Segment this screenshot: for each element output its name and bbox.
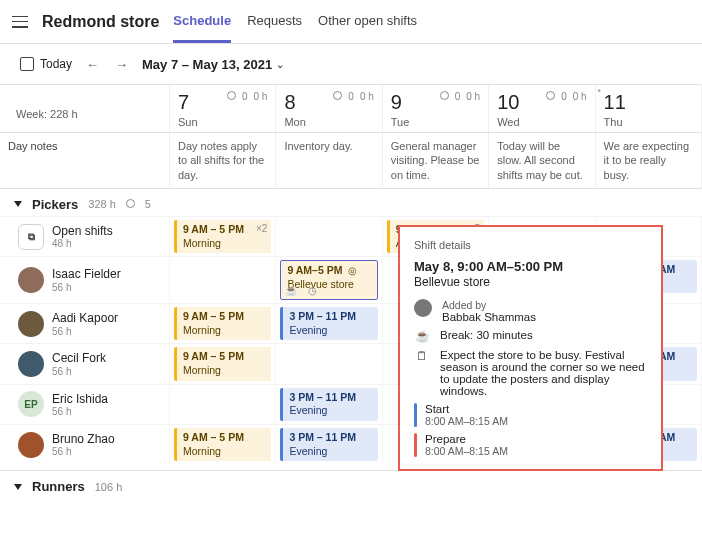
week-hours-label: Week: 228 h <box>8 100 86 128</box>
group-hours: 328 h <box>88 198 116 210</box>
person-name: Aadi Kapoor <box>52 311 118 325</box>
calendar-icon <box>20 57 34 71</box>
shift-card-selected[interactable]: ◎9 AM–5 PMBellevue store☕ ◷ <box>280 260 377 300</box>
date-range-label: May 7 – May 13, 2021 <box>142 57 272 72</box>
day-header-row: Week: 228 h 00 h 7Sun 00 h 8Mon 00 h 9Tu… <box>0 84 702 133</box>
shift-card[interactable]: 3 PM – 11 PMEvening <box>280 388 377 421</box>
avatar[interactable] <box>18 267 44 293</box>
avatar[interactable] <box>18 432 44 458</box>
open-shifts-icon: ⧉ <box>18 224 44 250</box>
avatar[interactable] <box>18 351 44 377</box>
activity-row: Start8:00 AM–8:15 AM <box>414 403 647 427</box>
shift-card[interactable]: 3 PM – 11 PMEvening <box>280 307 377 340</box>
group-hours: 106 h <box>95 481 123 493</box>
day-notes-label: Day notes <box>0 133 170 189</box>
avatar[interactable]: EP <box>18 391 44 417</box>
added-by-name: Babbak Shammas <box>442 311 536 323</box>
tab-open-shifts[interactable]: Other open shifts <box>318 1 417 43</box>
day-note[interactable]: General manager visiting. Please be on t… <box>383 133 489 189</box>
shift-card[interactable]: 3 PM – 11 PMEvening <box>280 428 377 461</box>
day-note[interactable]: Today will be slow. All second shifts ma… <box>489 133 595 189</box>
note-icon: 🗒 <box>414 349 430 363</box>
pin-icon: ◎ <box>348 264 357 277</box>
shift-card[interactable]: 9 AM – 5 PMMorning <box>174 428 271 461</box>
person-name: Bruno Zhao <box>52 432 115 446</box>
shift-note: Expect the store to be busy. Festival se… <box>440 349 647 397</box>
people-icon <box>546 91 555 102</box>
prev-arrow-icon[interactable]: ← <box>84 57 101 72</box>
today-button[interactable]: Today <box>20 57 72 71</box>
tab-requests[interactable]: Requests <box>247 1 302 43</box>
day-note[interactable]: Inventory day. <box>276 133 382 189</box>
shift-card[interactable]: 9 AM – 5 PMMorning <box>174 347 271 380</box>
date-range-picker[interactable]: May 7 – May 13, 2021 ⌄ <box>142 57 284 72</box>
activity-row: Prepare8:00 AM–8:15 AM <box>414 433 647 457</box>
people-icon <box>440 91 449 102</box>
collapse-icon <box>14 484 22 490</box>
person-name: Eric Ishida <box>52 392 108 406</box>
store-title: Redmond store <box>42 13 159 31</box>
top-tabs: Schedule Requests Other open shifts <box>173 1 417 43</box>
group-count: 5 <box>145 198 151 210</box>
day-header[interactable]: 00 h 9Tue <box>383 84 489 133</box>
collapse-icon <box>14 201 22 207</box>
shift-card[interactable]: ×29 AM – 5 PMMorning <box>174 220 271 253</box>
group-name: Pickers <box>32 197 78 212</box>
break-text: Break: 30 minutes <box>440 329 533 341</box>
day-header[interactable]: 00 h 8Mon <box>276 84 382 133</box>
chevron-down-icon: ⌄ <box>276 59 284 70</box>
people-icon <box>126 198 135 210</box>
day-header[interactable]: * 11Thu <box>596 84 702 133</box>
group-name: Runners <box>32 479 85 494</box>
person-name: Isaac Fielder <box>52 267 121 281</box>
avatar <box>414 299 432 317</box>
menu-icon[interactable] <box>12 16 28 28</box>
day-notes-row: Day notes Day notes apply to all shifts … <box>0 133 702 189</box>
shift-details-panel: Shift details May 8, 9:00 AM–5:00 PM Bel… <box>398 225 663 471</box>
shift-badges: ☕ ◷ <box>285 284 321 297</box>
day-note[interactable]: Day notes apply to all shifts for the da… <box>170 133 276 189</box>
day-header[interactable]: 00 h 7Sun <box>170 84 276 133</box>
day-note[interactable]: We are expecting it to be really busy. <box>596 133 702 189</box>
people-icon <box>227 91 236 102</box>
cup-icon: ☕ <box>414 329 430 343</box>
details-heading: Shift details <box>414 239 647 251</box>
details-title: May 8, 9:00 AM–5:00 PM <box>414 259 647 274</box>
activity-color-bar <box>414 403 417 427</box>
avatar[interactable] <box>18 311 44 337</box>
group-pickers-header[interactable]: Pickers 328 h 5 <box>0 189 702 216</box>
people-icon <box>333 91 342 102</box>
day-header[interactable]: 00 h 10Wed <box>489 84 595 133</box>
star-icon: * <box>598 87 602 97</box>
next-arrow-icon[interactable]: → <box>113 57 130 72</box>
open-shifts-label: Open shifts <box>52 224 113 238</box>
person-name: Cecil Fork <box>52 351 106 365</box>
tab-schedule[interactable]: Schedule <box>173 1 231 43</box>
shift-card[interactable]: 9 AM – 5 PMMorning <box>174 307 271 340</box>
group-runners-header[interactable]: Runners 106 h <box>0 470 702 498</box>
details-location: Bellevue store <box>414 275 647 289</box>
activity-color-bar <box>414 433 417 457</box>
today-label: Today <box>40 57 72 71</box>
